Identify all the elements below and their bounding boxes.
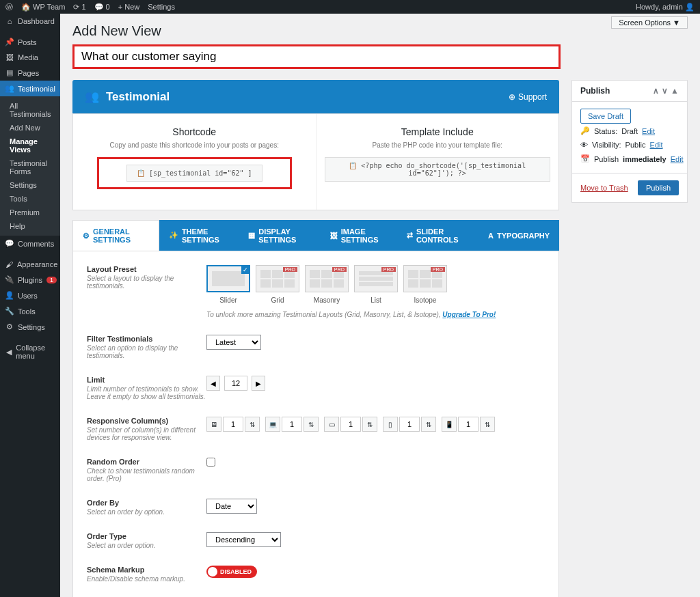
responsive-label: Responsive Column(s): [87, 417, 206, 425]
submenu-premium[interactable]: Premium: [0, 206, 60, 219]
publish-box: Publish ∧∨▲ Save Draft 🔑Status: Draft Ed…: [571, 80, 688, 203]
calendar-icon: 📅: [580, 154, 590, 163]
tab-slider[interactable]: ⇄SLIDER CONTROLS: [397, 220, 479, 251]
menu-pages[interactable]: ▤Pages: [0, 65, 60, 81]
comment-icon: 💬: [5, 239, 14, 248]
limit-increment[interactable]: ▶: [252, 376, 265, 391]
font-icon: A: [488, 232, 494, 240]
collapse-menu[interactable]: ◀Collapse menu: [0, 340, 60, 363]
desktop-icon: 🖥: [206, 417, 221, 432]
wand-icon: ✨: [169, 231, 178, 240]
key-icon: 🔑: [580, 126, 590, 135]
media-icon: 🖾: [5, 53, 14, 61]
stepper-icon[interactable]: ⇅: [304, 417, 319, 432]
move-to-trash-link[interactable]: Move to Trash: [580, 184, 628, 192]
brush-icon: 🖌: [5, 260, 13, 268]
resp-tablet-l-input[interactable]: [340, 417, 361, 432]
menu-posts[interactable]: 📌Posts: [0, 34, 60, 50]
menu-tools[interactable]: 🔧Tools: [0, 303, 60, 319]
view-title-input[interactable]: [72, 44, 561, 69]
shortcode-code[interactable]: 📋 [sp_testimonial id="62" ]: [126, 165, 262, 182]
menu-plugins[interactable]: 🔌Plugins 1: [0, 272, 60, 288]
gear-icon: ⚙: [83, 232, 90, 240]
box-toggle-icon[interactable]: ▲: [671, 86, 679, 96]
menu-dashboard[interactable]: ⌂Dashboard: [0, 14, 60, 29]
stepper-icon[interactable]: ⇅: [480, 417, 495, 432]
visibility-edit-link[interactable]: Edit: [650, 141, 663, 149]
menu-testimonial[interactable]: 👥Testimonial: [0, 81, 60, 96]
comments-link[interactable]: 💬 0: [94, 3, 110, 12]
limit-label: Limit: [87, 376, 206, 384]
site-link[interactable]: 🏠 WP Team: [21, 3, 65, 12]
schema-toggle[interactable]: DISABLED: [206, 566, 257, 578]
layout-slider[interactable]: Slider: [206, 265, 250, 304]
filter-label: Filter Testimonials: [87, 335, 206, 343]
random-desc: Check to show testimonials random order.…: [87, 467, 206, 482]
tab-theme[interactable]: ✨THEME SETTINGS: [159, 220, 239, 251]
submenu-add-new[interactable]: Add New: [0, 121, 60, 135]
limit-desc: Limit number of testimonials to show. Le…: [87, 385, 206, 400]
resp-laptop-input[interactable]: [282, 417, 302, 432]
orderby-select[interactable]: Date: [206, 499, 257, 514]
menu-media[interactable]: 🖾Media: [0, 50, 60, 65]
resp-tablet-input[interactable]: [399, 417, 420, 432]
submenu-settings[interactable]: Settings: [0, 178, 60, 192]
box-up-icon[interactable]: ∧: [653, 86, 659, 96]
sliders-icon: ⇄: [407, 231, 413, 240]
submenu-testimonial-forms[interactable]: Testimonial Forms: [0, 156, 60, 178]
layout-list[interactable]: PROList: [354, 265, 398, 304]
resp-desktop-input[interactable]: [223, 417, 243, 432]
stepper-icon[interactable]: ⇅: [245, 417, 260, 432]
new-link[interactable]: + New: [118, 3, 140, 11]
layout-grid[interactable]: PROGrid: [256, 265, 299, 304]
stepper-icon[interactable]: ⇅: [421, 417, 436, 432]
publish-button[interactable]: Publish: [638, 180, 679, 195]
shortcode-highlight: 📋 [sp_testimonial id="62" ]: [97, 157, 292, 189]
layout-isotope[interactable]: PROIsotope: [403, 265, 447, 304]
admin-toolbar: ⓦ 🏠 WP Team ⟳ 1 💬 0 + New Settings Howdy…: [0, 0, 700, 14]
filter-desc: Select an option to display the testimon…: [87, 344, 206, 359]
tablet-icon: ▯: [383, 417, 398, 432]
submenu-help[interactable]: Help: [0, 219, 60, 233]
menu-appearance[interactable]: 🖌Appearance: [0, 257, 60, 272]
menu-comments[interactable]: 💬Comments: [0, 236, 60, 251]
stepper-icon[interactable]: ⇅: [362, 417, 377, 432]
submenu-manage-views[interactable]: Manage Views: [0, 135, 60, 156]
filter-select[interactable]: Latest: [206, 335, 261, 350]
submenu-tools[interactable]: Tools: [0, 192, 60, 206]
upgrade-link[interactable]: Upgrade To Pro!: [442, 311, 496, 318]
layout-masonry[interactable]: PROMasonry: [305, 265, 349, 304]
limit-decrement[interactable]: ◀: [206, 376, 220, 391]
howdy-link[interactable]: Howdy, admin 👤: [636, 3, 695, 12]
user-icon: 👤: [5, 291, 14, 300]
box-down-icon[interactable]: ∨: [662, 86, 668, 96]
tab-general[interactable]: ⚙GENERAL SETTINGS: [72, 220, 159, 251]
submenu-all-testimonials[interactable]: All Testimonials: [0, 99, 60, 121]
settings-link[interactable]: Settings: [148, 3, 175, 11]
tab-display[interactable]: ▦DISPLAY SETTINGS: [239, 220, 320, 251]
status-edit-link[interactable]: Edit: [642, 127, 655, 135]
orderby-desc: Select an order by option.: [87, 508, 206, 516]
ordertype-select[interactable]: Descending: [206, 532, 281, 547]
tablet-landscape-icon: ▭: [324, 417, 339, 432]
admin-sidemenu: ⌂Dashboard 📌Posts 🖾Media ▤Pages 👥Testimo…: [0, 14, 60, 597]
tab-image[interactable]: 🖼IMAGE SETTINGS: [321, 220, 397, 251]
menu-users[interactable]: 👤Users: [0, 288, 60, 303]
ordertype-desc: Select an order option.: [87, 542, 206, 549]
random-label: Random Order: [87, 458, 206, 466]
limit-input[interactable]: [224, 376, 247, 391]
schedule-edit-link[interactable]: Edit: [671, 155, 684, 163]
tab-typography[interactable]: ATYPOGRAPHY: [479, 220, 559, 251]
save-draft-button[interactable]: Save Draft: [580, 109, 631, 124]
wp-logo-icon[interactable]: ⓦ: [5, 2, 13, 12]
screen-options-toggle[interactable]: Screen Options ▼: [611, 16, 688, 29]
gear-icon: ⚙: [5, 322, 14, 331]
wrench-icon: 🔧: [5, 307, 14, 316]
random-checkbox[interactable]: [206, 458, 215, 467]
support-link[interactable]: ⊕Support: [509, 92, 547, 102]
resp-mobile-input[interactable]: [458, 417, 479, 432]
updates-link[interactable]: ⟳ 1: [73, 3, 85, 12]
schema-desc: Enable/Disable schema markup.: [87, 575, 206, 583]
menu-settings[interactable]: ⚙Settings: [0, 319, 60, 335]
template-code[interactable]: 📋 <?php echo do_shortcode('[sp_testimoni…: [325, 157, 551, 182]
